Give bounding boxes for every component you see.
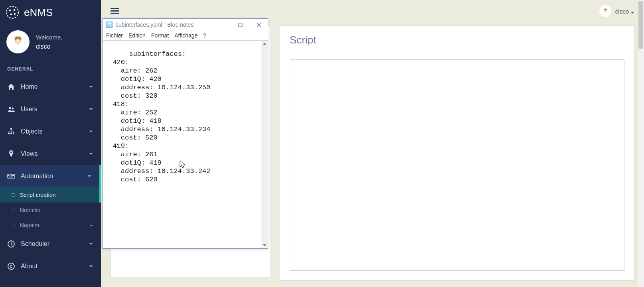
sidebar-item-label: Home: [21, 83, 88, 90]
maximize-button[interactable]: [231, 19, 249, 31]
svg-rect-10: [10, 133, 12, 134]
menu-item-help[interactable]: ?: [203, 32, 206, 39]
sidebar-item-label: Scheduler: [21, 240, 88, 248]
notepad-title: subinterfaces.yaml - Bloc-notes: [116, 22, 194, 28]
users-icon: [7, 105, 15, 113]
sub-item-label: Napalm: [20, 222, 39, 228]
svg-point-4: [14, 13, 16, 15]
svg-rect-11: [13, 133, 14, 134]
sidebar-item-label: Views: [21, 150, 88, 157]
panel-title: Script: [290, 34, 624, 52]
sidebar-item-label: Automation: [21, 173, 87, 180]
menu-item-format[interactable]: Format: [151, 32, 169, 39]
welcome-label: Welcome,: [36, 34, 62, 41]
clock-icon: [7, 240, 15, 248]
scroll-thumb[interactable]: [638, 1, 643, 49]
sidebar: eNMS Welcome, cisco GENERAL Home Users: [0, 0, 101, 287]
chevron-down-icon: [88, 151, 94, 157]
app-logo-icon: [6, 6, 19, 19]
sidebar-user-text: Welcome, cisco: [36, 34, 62, 50]
sidebar-item-label: Objects: [21, 128, 88, 135]
notepad-titlebar[interactable]: subinterfaces.yaml - Bloc-notes: [103, 19, 268, 31]
svg-rect-26: [239, 23, 242, 27]
svg-point-6: [9, 107, 11, 109]
sidebar-user-block: Welcome, cisco: [0, 25, 101, 61]
svg-rect-22: [111, 10, 119, 12]
sub-item-netmiko[interactable]: Netmiko: [0, 202, 101, 218]
sitemap-icon: [7, 128, 15, 136]
chevron-down-icon: [87, 173, 92, 179]
notepad-scrollbar[interactable]: [261, 41, 268, 248]
chevron-down-icon: [88, 263, 94, 269]
svg-rect-23: [111, 13, 119, 14]
chevron-down-icon: [88, 241, 94, 247]
chevron-down-icon: [88, 84, 94, 90]
sidebar-section-label: GENERAL: [0, 61, 101, 76]
notepad-app-icon: [106, 22, 113, 28]
script-textarea[interactable]: [290, 59, 624, 271]
script-panel: Script: [280, 26, 634, 281]
menu-item-file[interactable]: Fichier: [106, 32, 123, 39]
user-menu[interactable]: cisco: [599, 5, 634, 17]
svg-rect-8: [10, 128, 12, 130]
svg-rect-21: [111, 8, 119, 9]
scroll-up-icon[interactable]: [261, 41, 268, 47]
notepad-text-area[interactable]: subinterfaces: 420: aire: 262 dot1Q: 420…: [103, 40, 268, 248]
page-scrollbar[interactable]: [638, 0, 644, 287]
avatar: [599, 5, 611, 17]
close-button[interactable]: [249, 19, 268, 31]
sub-item-label: Script creation: [20, 192, 55, 198]
chevron-down-icon: [89, 223, 94, 228]
sidebar-item-views[interactable]: Views: [0, 143, 101, 165]
sidebar-item-automation[interactable]: Automation: [0, 165, 101, 187]
svg-rect-16: [12, 175, 13, 176]
svg-rect-25: [220, 25, 224, 25]
pin-icon: [7, 150, 15, 158]
svg-rect-14: [10, 175, 10, 176]
svg-point-0: [6, 6, 18, 18]
scroll-down-icon[interactable]: [261, 242, 268, 248]
svg-point-7: [12, 108, 14, 110]
chevron-down-icon: [88, 129, 94, 134]
svg-point-1: [9, 10, 11, 11]
svg-point-20: [8, 263, 14, 269]
minimize-button[interactable]: [213, 19, 231, 31]
avatar: [6, 30, 30, 53]
svg-rect-17: [13, 175, 14, 176]
app-name: eNMS: [24, 6, 53, 19]
sidebar-item-scheduler[interactable]: Scheduler: [0, 233, 101, 255]
chevron-down-icon: [630, 9, 634, 13]
svg-rect-13: [8, 175, 9, 176]
svg-point-3: [10, 14, 12, 15]
keyboard-icon: [7, 172, 15, 180]
sidebar-item-users[interactable]: Users: [0, 98, 101, 120]
automation-submenu: Script creation Netmiko Napalm: [0, 187, 101, 233]
main-area: cisco Script subinterfaces.yaml - Bloc-n…: [101, 0, 644, 287]
scroll-track[interactable]: [261, 47, 268, 242]
sub-item-label: Netmiko: [20, 207, 40, 213]
notepad-content: subinterfaces: 420: aire: 262 dot1Q: 420…: [105, 50, 210, 183]
home-icon: [7, 83, 15, 91]
sidebar-item-objects[interactable]: Objects: [0, 120, 101, 143]
svg-rect-15: [11, 175, 12, 176]
sidebar-item-about[interactable]: About: [0, 255, 101, 277]
sub-item-script-creation[interactable]: Script creation: [0, 187, 101, 202]
user-menu-name: cisco: [615, 8, 629, 15]
svg-point-2: [14, 9, 15, 11]
sidebar-item-label: About: [21, 263, 88, 270]
chevron-down-icon: [88, 106, 94, 112]
menu-item-view[interactable]: Affichage: [174, 32, 198, 39]
window-controls: [213, 19, 268, 31]
app-logo-row: eNMS: [0, 0, 101, 25]
notepad-menubar: Fichier Edition Format Affichage ?: [103, 31, 268, 40]
sidebar-item-home[interactable]: Home: [0, 76, 101, 98]
sub-item-napalm[interactable]: Napalm: [0, 218, 101, 233]
svg-rect-18: [9, 177, 13, 177]
notepad-window[interactable]: subinterfaces.yaml - Bloc-notes Fichier …: [103, 18, 268, 249]
copyright-icon: [7, 262, 15, 270]
hamburger-icon[interactable]: [111, 7, 119, 16]
user-menu-label: cisco: [615, 8, 634, 15]
user-name-label: cisco: [36, 43, 62, 50]
sidebar-item-label: Users: [21, 106, 88, 113]
menu-item-edit[interactable]: Edition: [128, 32, 146, 39]
